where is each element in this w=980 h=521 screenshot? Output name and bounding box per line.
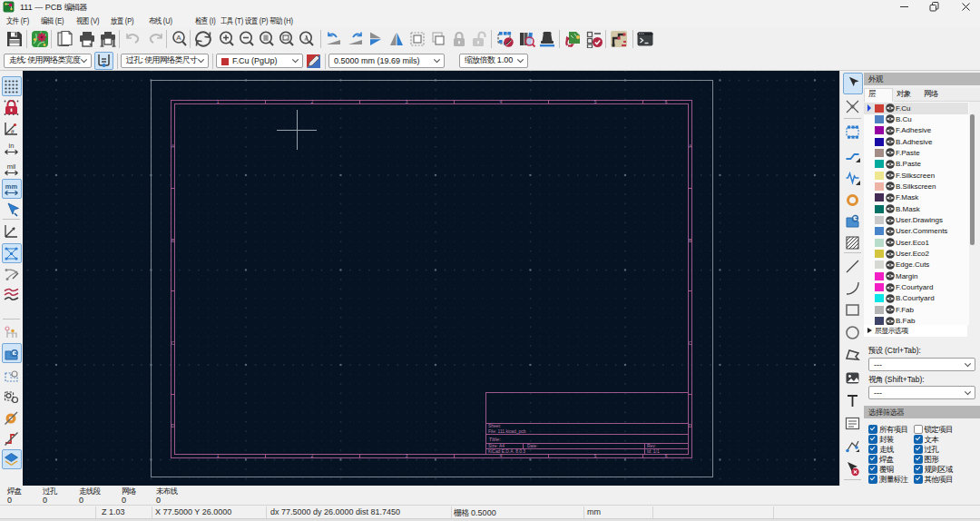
svg-text:5: 5 bbox=[594, 100, 597, 104]
svg-text:θ: θ bbox=[11, 129, 15, 134]
svg-text:mm: mm bbox=[5, 182, 18, 191]
svg-text:4: 4 bbox=[500, 100, 503, 104]
svg-text:Date:: Date: bbox=[527, 444, 538, 448]
svg-text:3: 3 bbox=[406, 100, 408, 104]
svg-text:1: 1 bbox=[217, 100, 220, 104]
svg-text:mil: mil bbox=[7, 162, 16, 171]
svg-text:2: 2 bbox=[311, 100, 314, 104]
svg-text:D: D bbox=[172, 424, 175, 428]
svg-text:File: 111.kicad_pcb: File: 111.kicad_pcb bbox=[488, 429, 526, 434]
svg-text:B: B bbox=[689, 239, 691, 243]
svg-text:A: A bbox=[176, 34, 181, 42]
svg-text:Sheet:: Sheet: bbox=[488, 424, 501, 428]
svg-text:3: 3 bbox=[406, 454, 408, 458]
svg-text:D: D bbox=[689, 424, 692, 428]
svg-text:in: in bbox=[9, 142, 15, 150]
svg-text:1: 1 bbox=[217, 454, 220, 458]
svg-text:Id: 1/1: Id: 1/1 bbox=[647, 449, 660, 454]
svg-text:4: 4 bbox=[500, 454, 503, 458]
svg-text:C: C bbox=[172, 341, 175, 346]
svg-text:Size: A4: Size: A4 bbox=[488, 444, 505, 448]
svg-text:6: 6 bbox=[665, 100, 668, 104]
svg-text:2: 2 bbox=[311, 454, 314, 458]
svg-text:C: C bbox=[689, 341, 692, 346]
svg-text:5: 5 bbox=[594, 454, 597, 458]
svg-text:6: 6 bbox=[665, 454, 668, 458]
svg-text:KiCad E.D.A. 8.0.3: KiCad E.D.A. 8.0.3 bbox=[488, 449, 525, 454]
svg-text:B: B bbox=[172, 239, 174, 243]
svg-text:Title:: Title: bbox=[489, 436, 502, 442]
svg-text:Rev:: Rev: bbox=[647, 444, 656, 448]
